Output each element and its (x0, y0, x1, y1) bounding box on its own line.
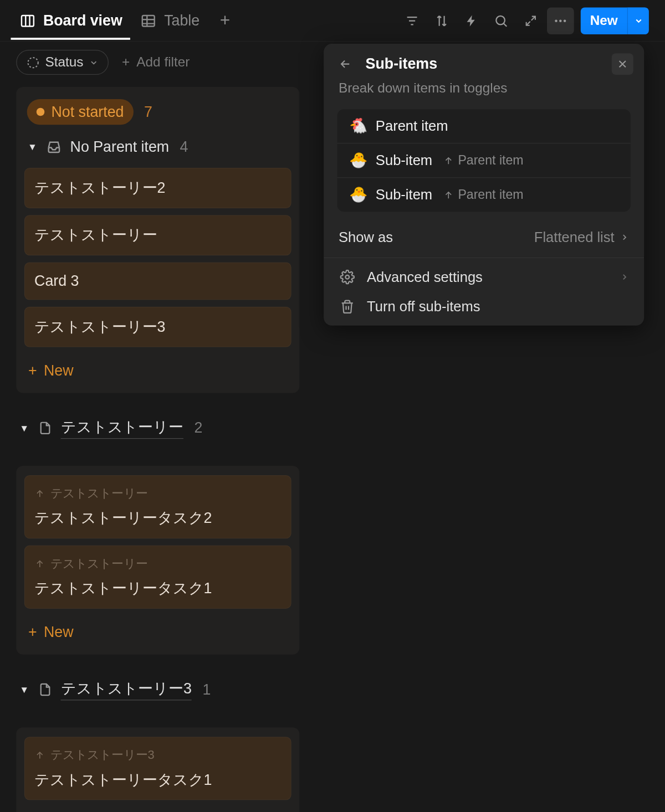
card-title: Card 3 (34, 273, 281, 290)
show-as-label: Show as (339, 229, 393, 245)
parent-ref: テストストーリー (34, 485, 281, 501)
svg-point-15 (28, 57, 38, 67)
card-title: テストストーリータスク1 (34, 770, 281, 790)
chicken-emoji-icon: 🐔 (349, 117, 367, 135)
panel-preview-box: 🐔 Parent item 🐣 Sub-item Parent item 🐣 S… (337, 109, 631, 212)
group-title: テストストーリー (61, 417, 183, 439)
panel-row-label: Sub-item (376, 187, 432, 203)
card[interactable]: テストストーリー テストストーリータスク1 (24, 546, 291, 609)
parent-ref: テストストーリー (34, 556, 281, 572)
show-as-value-wrap: Flattened list (534, 229, 630, 245)
svg-point-13 (559, 19, 561, 22)
page-icon (38, 420, 53, 435)
tab-board-view[interactable]: Board view (16, 2, 125, 39)
group-header-no-parent[interactable]: ▼ No Parent item 4 (24, 133, 291, 161)
card-title: テストストーリー3 (34, 317, 281, 337)
card[interactable]: Card 3 (24, 262, 291, 300)
card[interactable]: テストストーリー テストストーリータスク2 (24, 475, 291, 538)
arrow-up-icon (34, 488, 45, 498)
group-count: 4 (180, 138, 188, 156)
inbox-icon (46, 139, 62, 155)
filter-chip-status-label: Status (45, 55, 84, 70)
card[interactable]: テストストーリー2 (24, 168, 291, 208)
new-button-group: New (581, 7, 649, 34)
panel-row-sub: 🐣 Sub-item Parent item (337, 177, 631, 212)
arrow-up-icon (34, 749, 45, 760)
board: Not started 7 ▼ No Parent item 4 テストストーリ… (0, 83, 316, 812)
group-cards: テストストーリー テストストーリータスク2 テストストーリー テストストーリータ… (16, 466, 299, 655)
toggle-icon[interactable]: ▼ (19, 684, 29, 695)
close-button[interactable] (612, 53, 633, 75)
panel-row-parent: 🐔 Parent item (337, 109, 631, 143)
filter-icon[interactable] (398, 7, 426, 34)
new-button-chevron[interactable] (627, 7, 649, 34)
top-icons: New (398, 7, 649, 34)
show-as-value: Flattened list (534, 229, 615, 245)
tab-table[interactable]: Table (137, 2, 203, 39)
turn-off-label: Turn off sub-items (367, 299, 480, 315)
toggle-icon[interactable]: ▼ (27, 142, 38, 152)
tab-board-label: Board view (43, 12, 122, 29)
panel-divider (324, 258, 644, 258)
sort-icon[interactable] (428, 7, 456, 34)
filter-chip-status[interactable]: Status (16, 50, 108, 75)
chick-emoji-icon: 🐣 (349, 152, 367, 169)
svg-point-14 (564, 19, 566, 22)
card[interactable]: テストストーリー3 テストストーリータスク1 (24, 737, 291, 800)
parent-ref-label: テストストーリー3 (50, 747, 154, 763)
search-icon[interactable] (488, 7, 515, 34)
card-title: テストストーリー (34, 225, 281, 245)
card[interactable]: テストストーリー3 (24, 307, 291, 347)
gear-icon (339, 270, 356, 285)
parent-ref: テストストーリー3 (34, 747, 281, 763)
group-header-story3[interactable]: ▼ テストストーリー3 1 (16, 674, 299, 706)
card-title: テストストーリータスク2 (34, 508, 281, 529)
status-label: Not started (51, 103, 124, 121)
status-column: Not started 7 ▼ No Parent item 4 テストストーリ… (16, 87, 299, 393)
top-bar: Board view Table + (0, 0, 665, 42)
panel-row-secondary: Parent item (443, 187, 524, 202)
card-title: テストストーリータスク1 (34, 578, 281, 599)
new-item-label: New (44, 362, 74, 380)
new-item-button[interactable]: + New (24, 354, 78, 381)
panel-row-label: Parent item (376, 118, 448, 134)
panel-row-label: Sub-item (376, 152, 432, 168)
advanced-settings-label: Advanced settings (367, 269, 483, 285)
svg-rect-0 (22, 15, 34, 25)
new-item-button[interactable]: + New (24, 615, 78, 643)
new-item-label: New (44, 624, 74, 641)
status-count: 7 (144, 103, 152, 121)
parent-ref-label: テストストーリー (50, 485, 147, 501)
back-button[interactable] (335, 53, 356, 75)
svg-point-10 (496, 16, 505, 24)
add-filter-button[interactable]: + Add filter (122, 55, 190, 70)
chevron-down-icon (89, 58, 98, 67)
status-chip-icon (26, 55, 39, 69)
panel-row-sub: 🐣 Sub-item Parent item (337, 143, 631, 177)
group-count: 2 (194, 419, 202, 437)
panel-header: Sub-items (324, 44, 644, 80)
group-header-story[interactable]: ▼ テストストーリー 2 (16, 412, 299, 444)
sub-items-panel: Sub-items Break down items in toggles 🐔 … (324, 44, 644, 326)
plus-icon: + (28, 624, 37, 641)
advanced-settings-action[interactable]: Advanced settings (324, 262, 644, 292)
svg-point-18 (345, 275, 349, 279)
status-dot-icon (37, 108, 45, 116)
status-pill[interactable]: Not started (27, 99, 134, 125)
add-view-button[interactable]: + (214, 7, 236, 33)
group-cards: テストストーリー3 テストストーリータスク1 (16, 727, 299, 812)
automation-icon[interactable] (458, 7, 485, 34)
new-button[interactable]: New (581, 7, 627, 34)
trash-icon (339, 299, 356, 314)
turn-off-action[interactable]: Turn off sub-items (324, 292, 644, 322)
card[interactable]: テストストーリー (24, 215, 291, 255)
add-filter-label: Add filter (136, 55, 190, 70)
toggle-icon[interactable]: ▼ (19, 423, 29, 433)
board-icon (19, 12, 37, 29)
group-title: No Parent item (70, 138, 170, 156)
expand-icon[interactable] (517, 7, 544, 34)
show-as-option[interactable]: Show as Flattened list (324, 221, 644, 253)
more-icon[interactable] (547, 7, 574, 34)
card-title: テストストーリー2 (34, 178, 281, 198)
group-block: ▼ テストストーリー 2 (16, 403, 299, 456)
